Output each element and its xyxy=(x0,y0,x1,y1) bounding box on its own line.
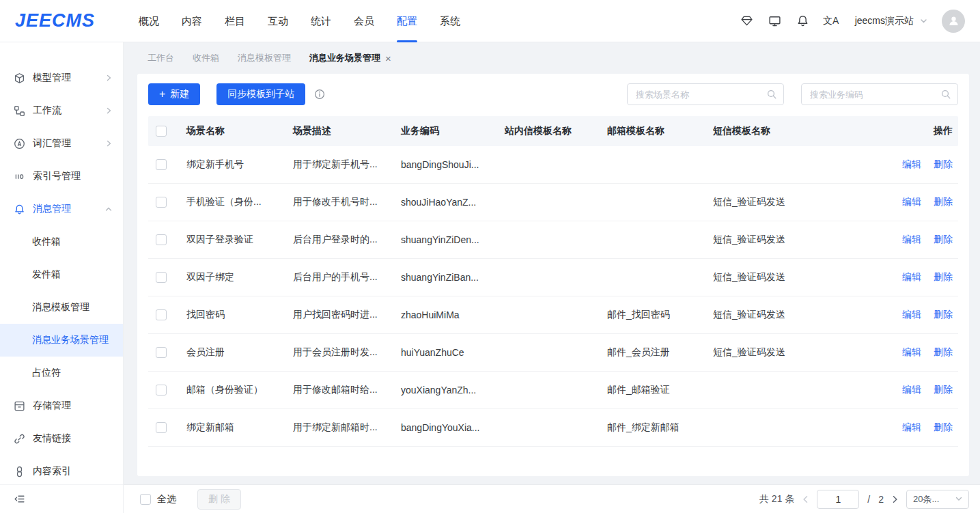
sidebar-item-label: 内容索引 xyxy=(33,465,71,477)
tab-message-scene[interactable]: 消息业务场景管理 × xyxy=(309,52,391,64)
select-all-checkbox[interactable] xyxy=(156,126,167,137)
row-checkbox[interactable] xyxy=(156,347,167,358)
info-icon[interactable] xyxy=(314,89,325,100)
page-input[interactable] xyxy=(817,490,859,509)
edit-link[interactable]: 编辑 xyxy=(902,309,921,321)
prev-page-button[interactable] xyxy=(802,495,809,503)
table-row: 邮箱（身份验证） 用于修改邮箱时给... youXiangYanZh... 邮件… xyxy=(148,372,958,409)
sidebar-item-model[interactable]: 模型管理 xyxy=(0,61,123,94)
language-icon[interactable]: 文A xyxy=(824,14,838,28)
sidebar-sub-label: 收件箱 xyxy=(32,236,61,248)
scene-desc: 用户找回密码时进... xyxy=(288,309,395,321)
edit-link[interactable]: 编辑 xyxy=(902,421,921,434)
row-checkbox[interactable] xyxy=(156,197,167,208)
sidebar-item-vocabulary[interactable]: 词汇管理 xyxy=(0,127,123,160)
close-icon[interactable]: × xyxy=(385,53,391,64)
footer-select-all-checkbox[interactable] xyxy=(140,494,151,505)
sms-template: 短信_验证码发送 xyxy=(708,309,890,321)
edit-link[interactable]: 编辑 xyxy=(902,271,921,283)
sidebar-item-storage[interactable]: 存储管理 xyxy=(0,389,123,422)
sidebar-item-message[interactable]: 消息管理 xyxy=(0,193,123,225)
email-template: 邮件_邮箱验证 xyxy=(602,384,708,396)
tab-template[interactable]: 消息模板管理 xyxy=(238,52,291,64)
sync-button-label: 同步模板到子站 xyxy=(227,88,294,100)
sidebar-sub-placeholder[interactable]: 占位符 xyxy=(0,357,123,389)
delete-link[interactable]: 删除 xyxy=(934,196,953,208)
tab-inbox[interactable]: 收件箱 xyxy=(193,52,219,64)
pagination: 共 21 条 / 2 20条... xyxy=(759,490,969,509)
jeecms-logo[interactable]: JEECMS xyxy=(15,10,95,31)
row-checkbox[interactable] xyxy=(156,422,167,433)
topnav-item-system[interactable]: 系统 xyxy=(440,0,460,42)
sidebar: 模型管理 工作流 词汇管理 xyxy=(0,42,124,513)
topnav-item-stats[interactable]: 统计 xyxy=(311,0,331,42)
edit-link[interactable]: 编辑 xyxy=(902,234,921,246)
chevron-right-icon xyxy=(106,107,112,114)
business-code: bangDingYouXia... xyxy=(395,422,499,433)
site-switcher[interactable]: jeecms演示站 xyxy=(855,15,927,27)
new-button-label: 新建 xyxy=(170,88,189,100)
sidebar-sub-scene[interactable]: 消息业务场景管理 xyxy=(0,324,123,357)
email-template: 邮件_找回密码 xyxy=(602,309,708,321)
tab-workbench[interactable]: 工作台 xyxy=(148,52,174,64)
sidebar-sub-outbox[interactable]: 发件箱 xyxy=(0,258,123,291)
new-button[interactable]: + 新建 xyxy=(148,83,200,105)
bulk-delete-button[interactable]: 删 除 xyxy=(197,489,241,510)
sms-template: 短信_验证码发送 xyxy=(708,346,890,359)
row-checkbox[interactable] xyxy=(156,385,167,396)
topnav-item-overview[interactable]: 概况 xyxy=(139,0,159,42)
row-checkbox[interactable] xyxy=(156,272,167,283)
monitor-icon[interactable] xyxy=(768,14,782,28)
avatar[interactable] xyxy=(942,10,965,33)
scene-name: 双因子登录验证 xyxy=(181,234,288,246)
topnav-item-interact[interactable]: 互动 xyxy=(268,0,288,42)
edit-link[interactable]: 编辑 xyxy=(902,196,921,208)
chevron-right-icon xyxy=(106,140,112,147)
delete-link[interactable]: 删除 xyxy=(934,421,953,434)
chevron-down-icon xyxy=(955,497,962,501)
scene-search-input[interactable] xyxy=(627,83,784,105)
edit-link[interactable]: 编辑 xyxy=(902,158,921,171)
topnav-item-content[interactable]: 内容 xyxy=(182,0,202,42)
chain-icon xyxy=(14,466,25,477)
collapse-menu-icon[interactable] xyxy=(14,493,25,505)
code-search-input[interactable] xyxy=(801,83,958,105)
next-page-button[interactable] xyxy=(892,495,898,503)
delete-link[interactable]: 删除 xyxy=(934,234,953,246)
tab-strip: 工作台 收件箱 消息模板管理 消息业务场景管理 × xyxy=(124,42,980,74)
sidebar-item-workflow[interactable]: 工作流 xyxy=(0,94,123,127)
page-size-select[interactable]: 20条... xyxy=(906,490,969,509)
row-checkbox[interactable] xyxy=(156,234,167,245)
theme-icon[interactable] xyxy=(740,14,754,28)
col-scene-desc: 场景描述 xyxy=(288,125,395,137)
topnav-item-member[interactable]: 会员 xyxy=(354,0,374,42)
sync-template-button[interactable]: 同步模板到子站 xyxy=(216,83,305,105)
site-name: jeecms演示站 xyxy=(855,15,914,27)
sidebar-sub-template[interactable]: 消息模板管理 xyxy=(0,291,123,324)
table-row: 找回密码 用户找回密码时进... zhaoHuiMiMa 邮件_找回密码 短信_… xyxy=(148,296,958,334)
row-checkbox[interactable] xyxy=(156,309,167,320)
storage-icon xyxy=(14,400,25,412)
edit-link[interactable]: 编辑 xyxy=(902,384,921,396)
row-checkbox[interactable] xyxy=(156,159,167,170)
notifications-icon[interactable] xyxy=(796,14,810,28)
delete-link[interactable]: 删除 xyxy=(934,384,953,396)
business-code: zhaoHuiMiMa xyxy=(395,309,499,320)
page-separator: / xyxy=(867,494,870,505)
sidebar-item-indexno[interactable]: 索引号管理 xyxy=(0,160,123,193)
sidebar-item-label: 索引号管理 xyxy=(33,170,81,182)
delete-link[interactable]: 删除 xyxy=(934,309,953,321)
page-size-value: 20条... xyxy=(913,493,939,505)
topnav-item-config[interactable]: 配置 xyxy=(397,0,417,42)
sidebar-item-contentindex[interactable]: 内容索引 xyxy=(0,455,123,488)
sidebar-item-label: 友情链接 xyxy=(33,432,71,445)
delete-link[interactable]: 删除 xyxy=(934,346,953,359)
sidebar-item-links[interactable]: 友情链接 xyxy=(0,422,123,455)
edit-link[interactable]: 编辑 xyxy=(902,346,921,359)
delete-link[interactable]: 删除 xyxy=(934,271,953,283)
topnav-item-column[interactable]: 栏目 xyxy=(225,0,245,42)
scene-desc: 用于修改手机号时... xyxy=(288,196,395,208)
scene-name: 手机验证（身份... xyxy=(181,196,288,208)
delete-link[interactable]: 删除 xyxy=(934,158,953,171)
sidebar-sub-inbox[interactable]: 收件箱 xyxy=(0,225,123,258)
